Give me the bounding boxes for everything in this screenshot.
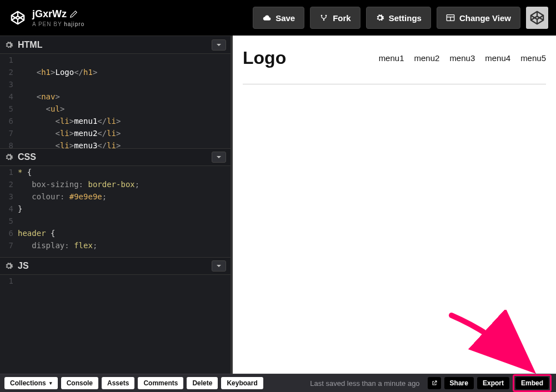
external-link-icon — [431, 380, 438, 386]
chevron-down-icon — [216, 154, 222, 160]
byline-prefix: A PEN BY — [32, 21, 64, 27]
js-panel-header: JS — [0, 257, 231, 275]
preview-pane: Logo menu1menu2menu3menu4menu5 — [231, 36, 556, 374]
save-status: Last saved less than a minute ago — [310, 379, 419, 388]
footer-bar: Collections Console Assets Comments Dele… — [0, 374, 556, 392]
comments-button[interactable]: Comments — [138, 377, 183, 389]
html-expand-button[interactable] — [212, 39, 226, 51]
css-expand-button[interactable] — [212, 152, 226, 163]
delete-button[interactable]: Delete — [187, 377, 218, 389]
chevron-down-icon — [216, 42, 222, 48]
preview-nav-item: menu4 — [485, 53, 510, 63]
console-button[interactable]: Console — [61, 377, 98, 389]
settings-button[interactable]: Settings — [366, 7, 431, 29]
codepen-logo-icon — [10, 10, 26, 26]
pen-title[interactable]: jGxrWz — [32, 8, 84, 20]
pencil-icon[interactable] — [70, 11, 77, 18]
js-settings-icon[interactable] — [4, 262, 13, 270]
change-view-label: Change View — [459, 13, 511, 23]
preview-nav-item: menu3 — [449, 53, 475, 63]
editor-column: HTML 12 <h1>Logo</h1>34 <nav>5 <ul>6 <li… — [0, 36, 231, 374]
svg-point-5 — [323, 19, 325, 21]
export-button[interactable]: Export — [477, 377, 509, 389]
popout-button[interactable] — [428, 377, 441, 389]
author-link[interactable]: hajipro — [64, 21, 84, 27]
collections-button[interactable]: Collections — [4, 377, 58, 389]
embed-button[interactable]: Embed — [515, 377, 549, 389]
js-expand-button[interactable] — [212, 260, 226, 272]
svg-point-4 — [325, 15, 327, 17]
avatar[interactable] — [526, 7, 548, 29]
svg-point-3 — [321, 15, 323, 17]
share-button[interactable]: Share — [444, 377, 474, 389]
preview-header: Logo menu1menu2menu3menu4menu5 — [243, 48, 546, 84]
assets-button[interactable]: Assets — [102, 377, 134, 389]
html-panel-header: HTML — [0, 36, 231, 54]
layout-icon — [446, 13, 455, 22]
preview-nav: menu1menu2menu3menu4menu5 — [379, 53, 546, 63]
css-panel-title: CSS — [18, 152, 36, 162]
gear-icon — [375, 13, 384, 22]
js-editor[interactable]: 1 — [0, 275, 231, 374]
fork-label: Fork — [333, 13, 351, 23]
js-panel-title: JS — [18, 261, 29, 271]
pen-byline: A PEN BY hajipro — [32, 21, 84, 27]
top-bar: jGxrWz A PEN BY hajipro Save Fork Settin… — [0, 0, 556, 36]
preview-nav-item: menu2 — [414, 53, 440, 63]
cloud-icon — [262, 13, 271, 22]
codepen-avatar-icon — [529, 10, 545, 26]
settings-label: Settings — [389, 13, 422, 23]
css-panel-header: CSS — [0, 148, 231, 166]
logo-block: jGxrWz A PEN BY hajipro — [10, 8, 84, 27]
fork-icon — [319, 13, 328, 22]
main-area: HTML 12 <h1>Logo</h1>34 <nav>5 <ul>6 <li… — [0, 36, 556, 374]
save-button[interactable]: Save — [253, 7, 304, 29]
change-view-button[interactable]: Change View — [437, 7, 520, 29]
html-editor[interactable]: 12 <h1>Logo</h1>34 <nav>5 <ul>6 <li>menu… — [0, 54, 231, 148]
css-editor[interactable]: 1* {2 box-sizing: border-box;3 colour: #… — [0, 166, 231, 257]
preview-logo: Logo — [243, 48, 286, 68]
css-settings-icon[interactable] — [4, 153, 13, 162]
html-settings-icon[interactable] — [4, 41, 13, 49]
keyboard-button[interactable]: Keyboard — [221, 377, 263, 389]
html-panel-title: HTML — [18, 40, 42, 50]
embed-highlight: Embed — [513, 374, 552, 392]
save-label: Save — [276, 13, 295, 23]
preview-nav-item: menu1 — [379, 53, 404, 63]
fork-button[interactable]: Fork — [310, 7, 360, 29]
preview-nav-item: menu5 — [520, 53, 546, 63]
chevron-down-icon — [216, 263, 222, 269]
pen-title-text: jGxrWz — [32, 8, 67, 20]
